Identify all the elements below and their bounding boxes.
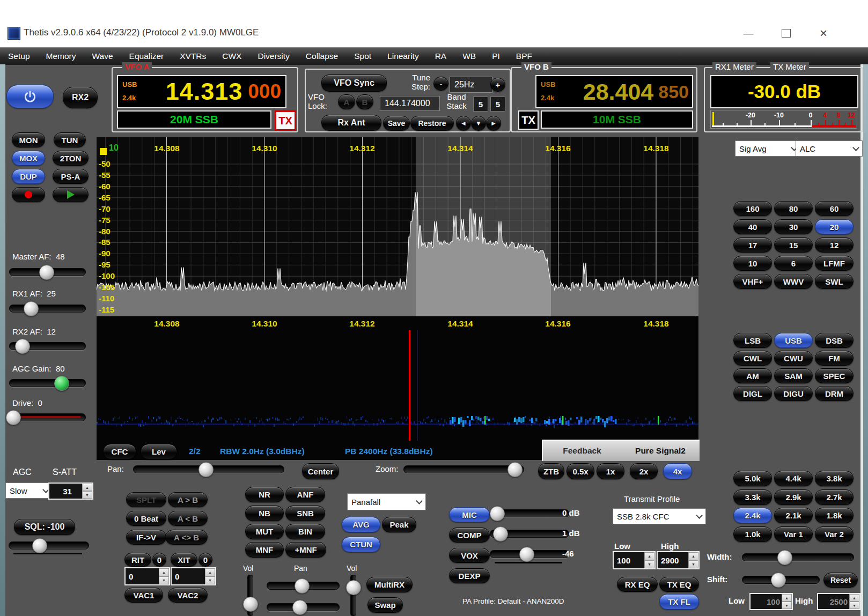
mode-am-button[interactable]: AM [733, 368, 772, 383]
band-swl-button[interactable]: SWL [815, 274, 854, 289]
band-6-button[interactable]: 6 [774, 256, 813, 271]
rit-zero-button[interactable]: 0 [152, 553, 166, 567]
mox-button[interactable]: MOX [12, 151, 45, 166]
avg-button[interactable]: AVG [342, 517, 380, 532]
vfo-a-tx-button[interactable]: TX [275, 110, 296, 131]
width-slider[interactable] [742, 550, 854, 564]
agc-gain-slider[interactable] [9, 376, 86, 390]
menu-item-setup[interactable]: Setup [0, 51, 38, 61]
slider-knob[interactable] [771, 573, 786, 588]
tx-high-spinner[interactable]: 2900 ▲▼ [657, 551, 700, 569]
snb-button[interactable]: SNB [285, 506, 325, 521]
band-stack-1[interactable]: 5 [473, 97, 488, 112]
zoom-4x-button[interactable]: 4x [663, 463, 692, 479]
slider-knob[interactable] [777, 550, 792, 565]
slider-knob[interactable] [198, 462, 214, 477]
meter-tx-select[interactable]: ALC [796, 140, 863, 157]
vac1-button[interactable]: VAC1 [124, 588, 163, 603]
spin-down-icon[interactable]: ▼ [688, 560, 698, 568]
spin-up-icon[interactable]: ▲ [644, 552, 654, 560]
vfo-b-display[interactable]: USB 2.4k 28.404 850 [535, 75, 693, 108]
spin-down-icon[interactable]: ▼ [849, 602, 859, 609]
minimize-button[interactable]: — [739, 26, 757, 41]
close-button[interactable]: × [814, 26, 833, 41]
band-wwv-button[interactable]: WWV [774, 274, 813, 289]
rx2-af-slider[interactable] [9, 339, 86, 353]
cfc-button[interactable]: CFC [103, 444, 136, 459]
pan-slider[interactable] [133, 462, 284, 476]
vfo-a-display[interactable]: USB 2.4k 14.313 000 [117, 75, 286, 108]
band-next-icon[interactable]: ► [486, 116, 501, 131]
mode-sam-button[interactable]: SAM [774, 368, 813, 383]
filter-low-spinner[interactable]: 100 ▲▼ [749, 593, 793, 610]
menu-item-wave[interactable]: Wave [84, 51, 121, 61]
zoom-2x-button[interactable]: 2x [630, 463, 658, 479]
mode-spec-button[interactable]: SPEC [815, 368, 854, 383]
filter-var2-button[interactable]: Var 2 [815, 526, 854, 542]
spin-up-icon[interactable]: ▲ [849, 594, 859, 602]
peak-button[interactable]: Peak [382, 517, 416, 532]
rx2-button[interactable]: RX2 [63, 87, 98, 108]
display-mode-select[interactable]: Panafall [347, 493, 426, 510]
menu-item-bpf[interactable]: BPF [508, 51, 540, 61]
sql-slider[interactable] [9, 538, 89, 552]
vac2-button[interactable]: VAC2 [168, 588, 208, 603]
filter-var1-button[interactable]: Var 1 [774, 526, 813, 542]
a-swap-b-button[interactable]: A <> B [165, 530, 208, 545]
menu-item-equalizer[interactable]: Equalizer [121, 51, 172, 61]
mode-lsb-button[interactable]: LSB [733, 333, 772, 348]
swap-button[interactable]: Swap [367, 597, 403, 613]
anf-button[interactable]: ANF [285, 487, 325, 502]
menu-item-wb[interactable]: WB [454, 51, 484, 61]
dexp-button[interactable]: DEXP [449, 568, 490, 583]
shift-slider[interactable] [742, 573, 820, 587]
frequency-entry-field[interactable]: 144.174000 [380, 96, 440, 111]
save-button[interactable]: Save [383, 116, 410, 131]
shift-reset-button[interactable]: Reset [823, 573, 858, 588]
spin-down-icon[interactable]: ▼ [159, 576, 169, 584]
tune-step-minus-button[interactable]: - [433, 77, 448, 91]
slider-knob[interactable] [15, 339, 30, 354]
mnf-button[interactable]: MNF [245, 542, 284, 558]
slider-knob[interactable] [292, 600, 307, 615]
filter-1-8k-button[interactable]: 1.8k [815, 508, 854, 523]
band-60-button[interactable]: 60 [815, 201, 854, 216]
vol1-slider[interactable] [243, 575, 257, 616]
nb-button[interactable]: NB [245, 506, 284, 521]
vfo-lock-a-button[interactable]: A [338, 94, 355, 109]
filter-2-9k-button[interactable]: 2.9k [774, 489, 813, 505]
slider-knob[interactable] [346, 580, 361, 595]
master-af-slider[interactable] [9, 265, 86, 279]
menu-item-xvtrs[interactable]: XVTRs [172, 51, 214, 61]
vfo-b-tx-button[interactable]: TX [518, 110, 539, 130]
spin-down-icon[interactable]: ▼ [205, 576, 215, 584]
rx-ant-button[interactable]: Rx Ant [321, 115, 381, 131]
mode-drm-button[interactable]: DRM [815, 386, 854, 401]
agc-mode-select[interactable]: Slow [5, 483, 53, 499]
mode-usb-button[interactable]: USB [774, 333, 813, 348]
rx-eq-button[interactable]: RX EQ [617, 577, 658, 592]
mode-digl-button[interactable]: DIGL [733, 386, 772, 401]
mode-dsb-button[interactable]: DSB [815, 333, 854, 348]
transmit-profile-select[interactable]: SSB 2.8k CFC [613, 508, 706, 524]
vox-slider[interactable] [490, 547, 569, 561]
ztb-button[interactable]: ZTB [538, 463, 564, 479]
if-to-v-button[interactable]: IF->V [126, 530, 166, 545]
bin-button[interactable]: BIN [285, 524, 325, 539]
spin-down-icon[interactable]: ▼ [82, 491, 92, 499]
split-button[interactable]: SPLT [126, 492, 166, 507]
slider-knob[interactable] [295, 578, 310, 593]
band-down-icon[interactable]: ▼ [471, 116, 486, 131]
xit-button[interactable]: XIT [171, 553, 197, 567]
band-10-button[interactable]: 10 [733, 256, 772, 271]
tx-fl-button[interactable]: TX FL [659, 594, 699, 610]
spin-up-icon[interactable]: ▲ [688, 552, 698, 560]
menu-item-ra[interactable]: RA [427, 51, 455, 61]
filter-2-1k-button[interactable]: 2.1k [774, 508, 813, 523]
filter-high-spinner[interactable]: 2500 ▲▼ [817, 593, 860, 610]
satt-spinner[interactable]: 31 ▲▼ [48, 483, 93, 500]
2ton-button[interactable]: 2TON [53, 151, 89, 166]
ctun-button[interactable]: CTUN [342, 537, 380, 552]
menu-item-linearity[interactable]: Linearity [379, 51, 427, 61]
pure-signal2-tab[interactable]: Pure Signal2 [621, 446, 700, 456]
